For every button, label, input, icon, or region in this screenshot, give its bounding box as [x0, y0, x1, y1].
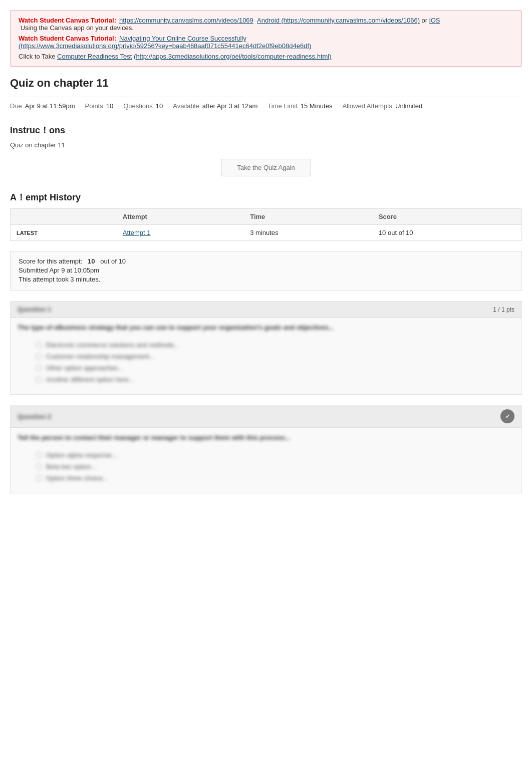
- answer-options-1: Electronic commerce solutions and method…: [11, 337, 521, 394]
- due-value: Apr 9 at 11:59pm: [25, 102, 75, 110]
- radio-2c[interactable]: [36, 475, 42, 481]
- question-text-1: The type of eBusiness strategy that you …: [11, 318, 521, 337]
- quiz-title: Quiz on chapter 11: [10, 77, 522, 90]
- meta-attempts: Allowed Attempts Unlimited: [342, 102, 422, 110]
- attempt-1-link[interactable]: Attempt 1: [123, 229, 151, 236]
- page-wrapper: Watch Student Canvas Tutorial: https://c…: [0, 0, 532, 782]
- answer-option-1b: Customer relationship management...: [36, 353, 514, 360]
- take-quiz-button[interactable]: Take the Quiz Again: [221, 159, 311, 176]
- attempt-table: Attempt Time Score LATEST Attempt 1 3 mi…: [10, 208, 522, 241]
- score-summary: Score for this attempt: 10 out of 10 Sub…: [10, 251, 522, 291]
- questions-value: 10: [156, 102, 163, 110]
- table-header-row: Attempt Time Score: [11, 209, 522, 225]
- th-latest: [11, 209, 117, 225]
- attempts-value: Unlimited: [395, 102, 422, 110]
- available-label: Available: [173, 102, 199, 110]
- meta-questions: Questions 10: [123, 102, 163, 110]
- notice-click-label: Click to Take: [19, 53, 55, 60]
- time-cell: 3 minutes: [244, 225, 373, 241]
- notice-link-android[interactable]: Android (https://community.canvaslms.com…: [257, 17, 420, 24]
- option-text-1c: Other option approaches...: [46, 364, 123, 372]
- notice-link-3cmedia[interactable]: (https://www.3cmediasolutions.org/privid…: [19, 42, 311, 50]
- answer-option-1c: Other option approaches...: [36, 364, 514, 372]
- duration-line: This attempt took 3 minutes.: [19, 276, 513, 283]
- option-text-1d: Another different option here...: [46, 376, 134, 383]
- question-header-2: Question 2 ✓: [11, 405, 521, 428]
- notice-link-computer-readiness-url[interactable]: (http://apps.3cmediasolutions.org/oei/to…: [134, 53, 332, 60]
- score-cell: 10 out of 10: [373, 225, 522, 241]
- question-number-1: Question 1: [18, 306, 51, 313]
- notice-row-3: Click to Take Computer Readiness Test (h…: [19, 53, 513, 60]
- question-block-2: Question 2 ✓ Tell the person to contact …: [10, 405, 522, 493]
- radio-1d[interactable]: [36, 376, 42, 383]
- notice-link-ios[interactable]: iOS: [429, 17, 440, 24]
- notice-link-navigating[interactable]: Navigating Your Online Course Successful…: [119, 35, 246, 42]
- question-text-2: Tell the person to contact their manager…: [11, 428, 521, 447]
- notice-devices: Using the Canvas app on your devices.: [19, 24, 134, 32]
- th-attempt: Attempt: [117, 209, 244, 225]
- notice-label-1: Watch Student Canvas Tutorial:: [19, 17, 116, 24]
- question-block-1: Question 1 1 / 1 pts The type of eBusine…: [10, 301, 522, 395]
- score-value: 10: [88, 257, 95, 265]
- radio-2b[interactable]: [36, 463, 42, 470]
- time-limit-value: 15 Minutes: [301, 102, 333, 110]
- answer-options-2: Option alpha response... Beta two option…: [11, 447, 521, 493]
- score-suffix: out of 10: [100, 257, 126, 265]
- notice-link-1[interactable]: https://community.canvaslms.com/videos/1…: [119, 17, 253, 24]
- attempt-time: 3 minutes: [250, 229, 278, 236]
- answer-option-2b: Beta two option...: [36, 463, 514, 470]
- question-pts-1: 1 / 1 pts: [493, 306, 514, 313]
- meta-time-limit: Time Limit 15 Minutes: [268, 102, 332, 110]
- questions-label: Questions: [123, 102, 153, 110]
- option-text-2a: Option alpha response...: [46, 451, 117, 459]
- option-text-2c: Option three choice...: [46, 474, 108, 482]
- answer-option-2a: Option alpha response...: [36, 451, 514, 459]
- submitted-line: Submitted Apr 9 at 10:05pm: [19, 267, 513, 274]
- attempt-score: 10 out of 10: [379, 229, 413, 236]
- score-label: Score for this attempt:: [19, 257, 82, 265]
- time-limit-label: Time Limit: [268, 102, 297, 110]
- due-label: Due: [10, 102, 22, 110]
- points-value: 10: [106, 102, 113, 110]
- question-header-1: Question 1 1 / 1 pts: [11, 302, 521, 318]
- answer-option-1a: Electronic commerce solutions and method…: [36, 341, 514, 349]
- meta-points: Points 10: [85, 102, 114, 110]
- table-row: LATEST Attempt 1 3 minutes 10 out of 10: [11, 225, 522, 241]
- attempts-label: Allowed Attempts: [342, 102, 392, 110]
- notice-or: or: [420, 17, 429, 24]
- notice-box: Watch Student Canvas Tutorial: https://c…: [10, 10, 522, 67]
- notice-text-1: [253, 17, 257, 24]
- q2-pts-badge: ✓: [500, 409, 514, 423]
- instructions-title: Instruc！ons: [10, 124, 522, 136]
- th-score: Score: [373, 209, 522, 225]
- attempt-history-title: A！empt History: [10, 191, 522, 203]
- instructions-text: Quiz on chapter 11: [10, 141, 522, 149]
- latest-cell: LATEST: [11, 225, 117, 241]
- attempt-cell: Attempt 1: [117, 225, 244, 241]
- answer-option-2c: Option three choice...: [36, 474, 514, 482]
- notice-row-1: Watch Student Canvas Tutorial: https://c…: [19, 17, 513, 32]
- radio-1b[interactable]: [36, 353, 42, 360]
- question-number-2: Question 2: [18, 413, 51, 420]
- points-label: Points: [85, 102, 103, 110]
- available-value: after Apr 3 at 12am: [202, 102, 258, 110]
- notice-link-computer-readiness[interactable]: Computer Readiness Test: [57, 53, 132, 60]
- meta-due: Due Apr 9 at 11:59pm: [10, 102, 75, 110]
- radio-1c[interactable]: [36, 365, 42, 371]
- latest-label: LATEST: [17, 230, 38, 236]
- option-text-2b: Beta two option...: [46, 463, 96, 470]
- option-text-1b: Customer relationship management...: [46, 353, 155, 360]
- quiz-meta: Due Apr 9 at 11:59pm Points 10 Questions…: [10, 97, 522, 115]
- notice-label-2: Watch Student Canvas Tutorial:: [19, 35, 116, 42]
- radio-1a[interactable]: [36, 342, 42, 348]
- notice-row-2: Watch Student Canvas Tutorial: Navigatin…: [19, 35, 513, 50]
- th-time: Time: [244, 209, 373, 225]
- meta-available: Available after Apr 3 at 12am: [173, 102, 257, 110]
- score-line: Score for this attempt: 10 out of 10: [19, 257, 513, 265]
- option-text-1a: Electronic commerce solutions and method…: [46, 341, 179, 349]
- radio-2a[interactable]: [36, 452, 42, 458]
- answer-option-1d: Another different option here...: [36, 376, 514, 383]
